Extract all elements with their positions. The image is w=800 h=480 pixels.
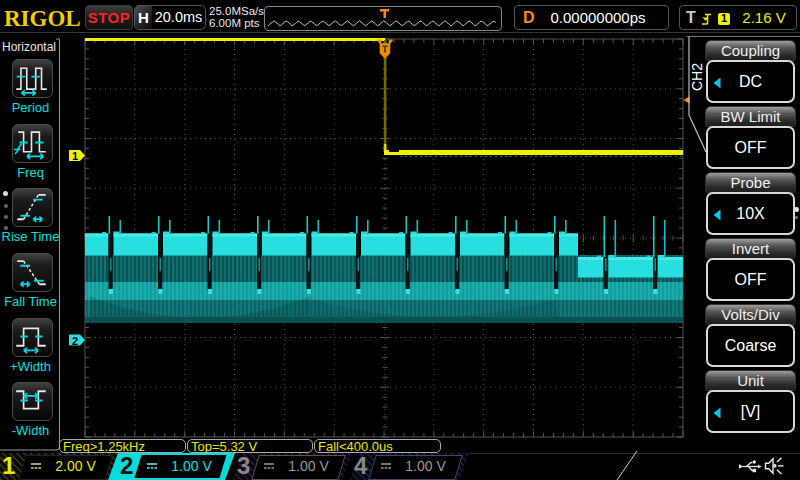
- svg-text:1: 1: [72, 150, 78, 162]
- svg-text:2: 2: [72, 335, 78, 347]
- svg-text:CH2: CH2: [689, 63, 704, 91]
